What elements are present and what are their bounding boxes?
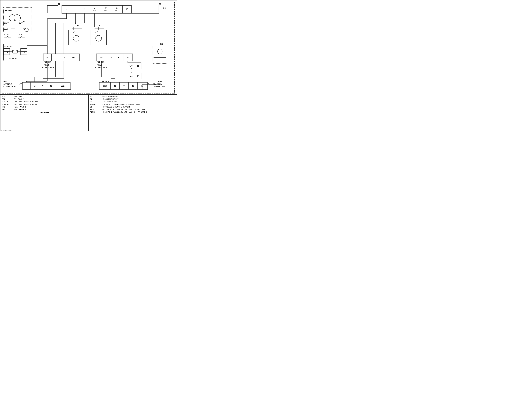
svg-text:FIELD: FIELD [97,64,102,66]
svg-text:230V: 230V [4,22,9,24]
legend-row-r1: R1 HN65KJ016 RELAY [90,96,176,98]
svg-line-36 [6,36,8,38]
svg-point-22 [14,15,21,21]
main-container: 12 22 20 R C G Y /Y2 W /W1 O [0,0,177,131]
legend-desc-cb: HH83ZB001 CIRCUIT BREAKER [102,106,176,108]
legend-desc-fc1: FAN COIL 1 [14,96,87,98]
legend-row-hp1: HP1 HEAT PUMP 1 [2,106,87,108]
legend-row-r2: R2 HN65KJ016 RELAY [90,98,176,100]
label-12: 12 [58,3,60,5]
svg-text:24V: 24V [19,22,22,24]
svg-text:FC2 24V: FC2 24V [97,61,104,63]
svg-text:ALS1: ALS1 [18,33,23,36]
svg-text:R2: R2 [99,24,102,26]
diagram-area: 12 22 20 R C G Y /Y2 W /W1 O [0,0,177,94]
legend-code-r2: R2 [90,98,102,100]
svg-text:HP1: HP1 [3,80,7,83]
legend-desc-fc2: FAN COIL 2 [14,98,87,100]
svg-text:ALS2: ALS2 [4,33,9,36]
svg-text:24V FIELD: 24V FIELD [3,83,12,85]
legend-code-als2: ALS2 [90,111,102,113]
legend-code-cb: CB [90,106,102,108]
svg-text:FC1-CB: FC1-CB [10,57,16,59]
svg-text:R: R [23,51,25,53]
legend-desc-hp2: HEAT PUMP 2 [14,109,87,110]
legend-code-r3: R3 [90,101,102,103]
svg-point-147 [75,22,76,24]
svg-text:Y1: Y1 [125,8,129,10]
legend-code-als1: ALS1 [90,109,102,110]
label-22: 22 [159,3,161,5]
svg-text:Y: Y [42,85,44,87]
legend-row-fc2: FC2 FAN COIL 2 [2,98,87,100]
svg-text:C: C [118,56,120,59]
svg-text:R: R [137,65,139,67]
svg-text:E: E [131,72,132,73]
svg-text:C: C [55,56,57,59]
svg-text:W2: W2 [103,85,107,87]
legend-row-trans: TRANS HT01BD236 TRANSFORMER (230/24 75VA… [90,103,176,105]
svg-text:FIELD: FIELD [44,64,49,66]
svg-point-30 [25,28,28,32]
legend-row-fc2cb: FC2-CB FAN COIL 2 CIRCUIT BOARD [2,103,87,105]
svg-text:O: O [116,7,118,9]
svg-text:W: W [105,7,107,9]
svg-point-76 [96,35,102,41]
svg-rect-47 [12,50,18,53]
svg-text:FUSE 5A: FUSE 5A [3,45,12,47]
legend-code-hp2: HP2 [2,109,14,110]
legend-code-r1: R1 [90,96,102,98]
svg-text:GND: GND [4,28,9,30]
svg-text:T1: T1 [5,51,8,53]
legend-desc-als1: HH12HA142 AUXILLARY LIMIT SWITCH FAN COI… [102,109,176,110]
legend-row-r3: R3 P283-0346 RELAY [90,101,176,103]
legend-code-hp1: HP1 [2,106,14,108]
legend-desc-r3: P283-0346 RELAY [102,101,176,103]
svg-text:W2: W2 [61,85,65,87]
svg-text:G: G [110,56,112,59]
legend-code-fc1cb: FC1-CB [2,101,14,103]
legend-row-cb: CB HH83ZB001 CIRCUIT BREAKER [90,106,176,108]
svg-line-40 [20,36,22,38]
legend-desc-fc1cb: FAN COIL 1 CIRCUIT BOARD [14,101,87,103]
legend-title: LEGEND [2,111,87,114]
svg-text:U: U [131,67,132,69]
svg-text:O: O [114,85,116,87]
svg-text:5A: 5A [130,75,133,78]
svg-text:W2: W2 [100,56,103,59]
legend-code-trans: TRANS [90,103,102,105]
svg-text:R: R [46,56,48,59]
legend-row-hp2: HP2 HEAT PUMP 2 [2,109,87,110]
svg-point-68 [73,35,79,41]
legend-left: FC1 FAN COIL 1 FC2 FAN COIL 2 FC1-CB FAN… [0,95,89,131]
svg-text:C: C [75,8,77,10]
svg-text:C: C [34,85,36,87]
svg-text:R: R [127,56,129,59]
svg-text:R: R [26,85,27,87]
svg-text:/Y2: /Y2 [93,10,96,11]
svg-text:R1: R1 [77,24,79,26]
svg-text:W2: W2 [72,56,75,59]
label-20: 20 [163,7,166,9]
legend-row-als1: ALS1 HH12HA142 AUXILLARY LIMIT SWITCH FA… [90,109,176,110]
svg-text:24V FIELD: 24V FIELD [153,83,162,85]
svg-text:R: R [66,8,67,10]
svg-text:/W2: /W2 [115,10,118,11]
svg-text:Y: Y [94,7,95,9]
legend-desc-fc2cb: FAN COIL 2 CIRCUIT BOARD [14,103,87,105]
svg-text:CONNECTION: CONNECTION [153,85,165,88]
svg-text:Y: Y [123,85,125,87]
legend-code-fc2: FC2 [2,98,14,100]
legend-desc-trans: HT01BD236 TRANSFORMER (230/24 75VA) [102,103,176,105]
svg-text:CONNECTION: CONNECTION [42,67,54,69]
svg-text:CONNECTION: CONNECTION [3,85,15,88]
legend-desc-hp1: HEAT PUMP 1 [14,106,87,108]
svg-point-106 [158,49,162,54]
svg-text:CONNECTION: CONNECTION [95,67,107,69]
svg-text:R3: R3 [160,43,163,45]
legend-desc-r2: HN65KJ016 RELAY [102,98,176,100]
legend-code-fc2cb: FC2-CB [2,103,14,105]
svg-text:G: G [63,56,65,59]
legend-desc-als2: HH12HA142 AUXILLARY LIMIT SWITCH FAN COI… [102,111,176,113]
svg-text:O: O [50,85,52,87]
